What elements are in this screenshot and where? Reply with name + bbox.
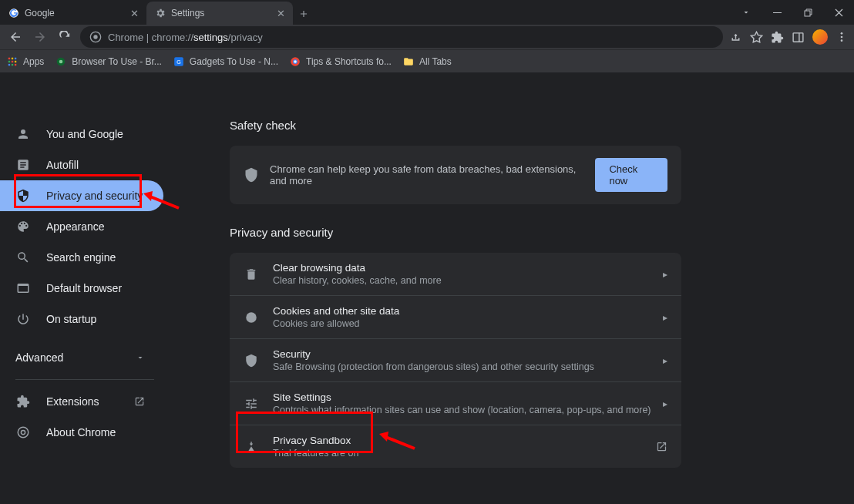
svg-point-28 [21,430,25,434]
folder-icon [402,55,415,68]
reload-button[interactable] [55,28,74,46]
bookmark-apps[interactable]: Apps [6,55,44,68]
row-privacy-sandbox[interactable]: Privacy SandboxTrial features are on [230,425,681,468]
chevron-right-icon: ▸ [663,355,667,366]
address-bar[interactable]: Chrome | chrome://settings/privacy [80,26,723,48]
chrome-favicon-icon [289,55,301,68]
sidebar-item-you-and-google[interactable]: You and Google [0,119,163,150]
chrome-outline-icon [15,425,31,439]
sidebar-item-on-startup[interactable]: On startup [0,304,163,334]
trash-icon [244,267,259,281]
apps-icon [6,55,18,68]
svg-rect-1 [773,12,782,13]
window-controls [731,0,854,25]
sidebar-item-search-engine[interactable]: Search engine [0,242,163,273]
palette-icon [15,220,31,234]
bookmark-item[interactable]: GGadgets To Use - N... [173,55,278,68]
sidepanel-icon[interactable] [792,31,805,44]
bookmark-star-icon[interactable] [750,31,763,44]
sidebar-item-about-chrome[interactable]: About Chrome [0,417,163,448]
svg-point-19 [59,59,63,63]
sidebar-item-extensions[interactable]: Extensions [0,386,163,417]
forward-button[interactable] [31,28,49,46]
extensions-icon[interactable] [771,31,784,44]
tab-google[interactable]: Google ✕ [0,2,146,25]
close-icon[interactable]: ✕ [277,8,285,19]
new-tab-button[interactable] [293,3,314,25]
cookie-icon [244,311,259,324]
close-icon[interactable]: ✕ [130,8,139,19]
chevron-right-icon: ▸ [663,398,667,409]
power-icon [15,312,31,326]
tab-label: Settings [171,8,204,18]
shield-icon [244,167,259,183]
flask-icon [244,440,259,454]
svg-rect-16 [12,63,13,65]
check-now-button[interactable]: Check now [595,158,667,192]
bookmark-item[interactable]: Tips & Shortcuts fo... [289,55,392,68]
shield-icon [15,189,31,203]
close-button[interactable] [823,0,854,25]
svg-rect-10 [12,57,13,59]
safety-check-card: Chrome can help keep you safe from data … [230,146,681,204]
sidebar-item-autofill[interactable]: Autofill [0,150,163,180]
minimize-button[interactable] [762,0,792,25]
puzzle-icon [15,395,31,408]
sidebar-item-advanced[interactable]: Advanced [0,342,163,373]
svg-point-29 [246,312,257,323]
search-icon [15,250,31,264]
external-link-icon [656,441,667,452]
titlebar: Google ✕ Settings ✕ [0,0,854,25]
toolbar: Chrome | chrome://settings/privacy [0,25,854,49]
settings-content: You and Google Autofill Privacy and secu… [0,72,854,504]
svg-point-6 [841,32,843,35]
svg-rect-12 [8,60,10,62]
section-privacy-security: Privacy and security [230,226,854,239]
svg-rect-15 [8,63,10,65]
svg-point-4 [93,35,97,39]
dropdown-icon[interactable] [731,0,762,25]
gear-icon [154,7,166,19]
external-link-icon [134,396,145,407]
bookmark-item[interactable]: All Tabs [402,55,452,68]
shield-icon [244,354,259,368]
svg-text:G: G [177,59,180,64]
share-icon[interactable] [729,31,742,44]
tab-settings[interactable]: Settings ✕ [146,2,293,25]
favicon-google [8,7,20,19]
svg-rect-2 [805,11,810,16]
bookmarks-bar: Apps Browser To Use - Br... GGadgets To … [0,49,854,72]
row-cookies[interactable]: Cookies and other site dataCookies are a… [230,296,681,339]
row-site-settings[interactable]: Site SettingsControls what information s… [230,382,681,425]
chrome-icon [89,31,102,43]
section-safety-check: Safety check [230,119,854,132]
row-security[interactable]: SecuritySafe Browsing (protection from d… [230,339,681,382]
url-text: Chrome | chrome://settings/privacy [108,32,263,43]
autofill-icon [15,158,31,172]
svg-rect-13 [12,60,13,62]
bookmark-item[interactable]: Browser To Use - Br... [55,55,161,68]
back-button[interactable] [6,28,25,46]
sidebar-item-privacy-security[interactable]: Privacy and security [0,180,163,211]
safety-text: Chrome can help keep you safe from data … [270,163,584,186]
profile-avatar[interactable] [812,29,828,45]
menu-icon[interactable] [836,31,848,43]
sliders-icon [244,397,259,411]
chevron-down-icon [136,353,145,362]
maximize-button[interactable] [792,0,823,25]
sidebar-item-default-browser[interactable]: Default browser [0,273,163,304]
divider [15,379,154,380]
chevron-right-icon: ▸ [663,269,667,280]
browser-icon [15,281,31,295]
settings-main: Safety check Chrome can help keep you sa… [170,72,854,504]
globe-icon [55,55,67,68]
sidebar-item-appearance[interactable]: Appearance [0,211,163,242]
chevron-right-icon: ▸ [663,312,667,323]
svg-rect-11 [15,57,16,59]
svg-rect-14 [15,60,16,62]
svg-point-27 [18,427,29,438]
site-icon: G [173,55,185,68]
row-clear-browsing-data[interactable]: Clear browsing dataClear history, cookie… [230,253,681,296]
svg-point-24 [294,60,297,63]
person-icon [15,127,31,141]
